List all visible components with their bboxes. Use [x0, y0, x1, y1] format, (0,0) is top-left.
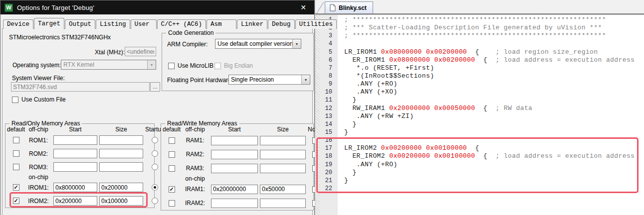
rom-irom2-size-input[interactable] — [99, 196, 143, 206]
rom-rom1-start-input[interactable] — [53, 135, 97, 145]
checkbox-icon — [215, 63, 221, 69]
rom-rom2-startup-radio[interactable] — [152, 150, 158, 157]
dialog-tab-asm[interactable]: Asm — [207, 19, 236, 29]
rom-rom3-start-input[interactable] — [53, 162, 97, 172]
ram-ram2-start-input[interactable] — [211, 150, 258, 159]
read-write-memory-title: Read/Write Memory Areas — [165, 120, 239, 127]
rom-irom1-default-checkbox[interactable]: ✓ — [13, 184, 19, 191]
rom-irom1-start-input[interactable] — [53, 183, 97, 192]
code-line: 6 ER_IROM1 0x08000000 0x00200000 { ; loa… — [315, 56, 644, 64]
rom-rom2-size-input[interactable] — [99, 149, 143, 158]
ram-iram1-default-checkbox[interactable]: ✓ — [169, 186, 175, 193]
use-microlib-checkbox[interactable]: Use MicroLIB — [168, 62, 214, 69]
operating-system-label: Operating system: — [12, 62, 61, 69]
rom-rom3-label: ROM3: — [29, 164, 48, 171]
dialog-titlebar: W Options for Target 'Debug' ✕ — [0, 0, 314, 14]
code-text — [338, 185, 344, 193]
screen: W Options for Target 'Debug' ✕ DeviceTar… — [0, 0, 644, 215]
system-viewer-file-input[interactable] — [11, 82, 150, 92]
rom-rom2-default-checkbox[interactable] — [13, 150, 19, 157]
read-only-memory-grid: defaultoff-chipStartSizeStartupROM1:ROM2… — [5, 124, 154, 208]
dialog-tab-c-c-ac6[interactable]: C/C++ (AC6) — [157, 19, 207, 29]
line-number: 12 — [315, 105, 338, 112]
rom-irom2-label: IROM2: — [28, 198, 48, 205]
dialog-tab-linker[interactable]: Linker — [237, 19, 267, 29]
dialog-tab-target[interactable]: Target — [34, 18, 64, 29]
xtal-label: Xtal (MHz): — [35, 49, 125, 56]
big-endian-checkbox[interactable]: Big Endian — [215, 62, 253, 69]
ram-iram1-size-input[interactable] — [260, 185, 306, 194]
read-write-memory-group: Read/Write Memory Areas defaultoff-chipS… — [161, 123, 314, 211]
rom-rom1-size-input[interactable] — [99, 135, 143, 145]
ram-ram3-default-checkbox[interactable] — [169, 165, 175, 172]
ram-iram1-start-input[interactable] — [211, 185, 258, 194]
rom-column-header: off-chip — [28, 126, 48, 133]
rom-rom3-size-input[interactable] — [99, 162, 143, 172]
ram-iram1-label: IRAM1: — [185, 186, 205, 193]
ram-column-header: Start — [228, 126, 240, 133]
arm-compiler-select[interactable]: Use default compiler version 6 ▼ — [215, 39, 301, 49]
rom-rom2-start-input[interactable] — [53, 149, 97, 158]
ram-ram3-start-input[interactable] — [211, 164, 258, 173]
code-line: 22 — [315, 185, 644, 193]
code-line: 2; *** Scatter-Loading Description File … — [315, 24, 644, 32]
ram-ram2-size-input[interactable] — [260, 150, 306, 159]
ram-iram2-size-input[interactable] — [260, 199, 306, 208]
code-line: 8 *(InRoot$$Sections) — [315, 72, 644, 80]
code-line: 7 *.o (RESET, +First) — [315, 64, 644, 72]
checkbox-icon — [12, 97, 18, 103]
rom-irom2-default-checkbox[interactable]: ✓ — [13, 198, 19, 204]
ram-ram3-size-input[interactable] — [260, 164, 306, 173]
ram-ram1-size-input[interactable] — [260, 136, 306, 145]
dialog-tab-output[interactable]: Output — [65, 19, 95, 29]
options-dialog: W Options for Target 'Debug' ✕ DeviceTar… — [0, 0, 315, 215]
ram-iram2-start-input[interactable] — [211, 199, 258, 208]
browse-button[interactable]: ... — [150, 82, 160, 92]
code-line: 12 RW_IRAM1 0x20000000 0x00050000 { ; RW… — [315, 105, 644, 112]
ram-column-header: off-chip — [185, 126, 205, 133]
dialog-tab-debug[interactable]: Debug — [268, 19, 295, 29]
code-text: *.o (RESET, +First) — [338, 64, 434, 72]
rom-rom3-default-checkbox[interactable] — [13, 164, 19, 170]
dialog-tab-listing[interactable]: Listing — [96, 19, 130, 29]
code-text: LR_IROM2 0x00200000 0x00100000 { — [338, 144, 479, 152]
rom-irom1-size-input[interactable] — [99, 183, 143, 192]
rom-rom1-startup-radio[interactable] — [152, 137, 158, 143]
code-line: 5LR_IROM1 0x08000000 0x00200000 { ; load… — [315, 48, 644, 56]
code-editor[interactable]: 1; *************************************… — [315, 15, 644, 215]
rom-irom1-label: IROM1: — [28, 184, 48, 191]
code-line: 15} — [315, 128, 644, 136]
ram-ram2-default-checkbox[interactable] — [169, 151, 175, 158]
rom-irom2-start-input[interactable] — [53, 196, 97, 206]
ram-ram1-start-input[interactable] — [211, 136, 258, 145]
rom-irom1-startup-radio[interactable] — [152, 184, 158, 191]
arm-compiler-label: ARM Compiler: — [167, 41, 208, 48]
xtal-input[interactable] — [125, 47, 156, 56]
code-text: ; **************************************… — [338, 32, 606, 40]
dialog-tab-user[interactable]: User — [131, 19, 157, 29]
dialog-tab-device[interactable]: Device — [3, 19, 33, 29]
rom-rom3-startup-radio[interactable] — [152, 164, 158, 170]
close-icon[interactable]: ✕ — [297, 2, 309, 12]
dialog-tab-utilities[interactable]: Utilities — [295, 19, 337, 29]
code-text: ER_IROM1 0x08000000 0x00200000 { ; load … — [338, 56, 635, 64]
ram-iram2-default-checkbox[interactable] — [169, 200, 175, 207]
tab-blinky-sct[interactable]: Blinky.sct — [325, 1, 373, 13]
floating-point-hardware-select[interactable]: Single Precision ▼ — [228, 75, 310, 85]
code-text — [338, 40, 344, 48]
rom-irom2-startup-radio[interactable] — [152, 198, 158, 204]
line-number: 4 — [315, 40, 338, 48]
editor-panel: Blinky.sct 1; **************************… — [315, 0, 644, 215]
operating-system-select[interactable]: RTX Kernel ▼ — [61, 60, 156, 70]
line-number: 18 — [315, 152, 338, 160]
code-line: 4 — [315, 40, 644, 48]
line-number: 5 — [315, 48, 338, 56]
ram-ram2-label: RAM2: — [186, 151, 205, 158]
rom-rom1-default-checkbox[interactable] — [13, 137, 19, 143]
code-text: } — [338, 120, 357, 128]
ram-ram1-default-checkbox[interactable] — [169, 137, 175, 144]
target-tab-panel: STMicroelectronics STM32F746NGHx Xtal (M… — [2, 28, 313, 215]
code-line: 10 .ANY (+XO) — [315, 88, 644, 96]
use-custom-file-checkbox[interactable]: Use Custom File — [12, 96, 66, 103]
code-line: 17LR_IROM2 0x00200000 0x00100000 { — [315, 144, 644, 152]
